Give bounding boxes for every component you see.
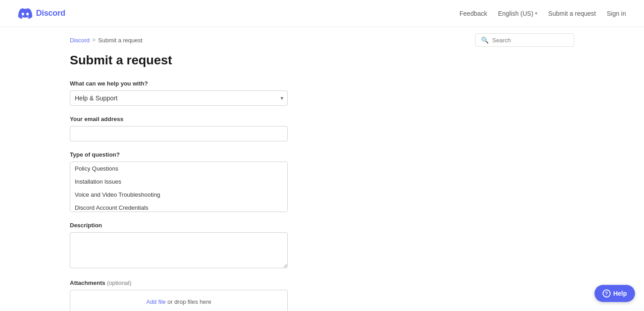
- feedback-link[interactable]: Feedback: [459, 10, 487, 17]
- attachments-drop-text: or drop files here: [166, 298, 211, 305]
- description-field-group: Description: [70, 222, 574, 270]
- list-item[interactable]: Voice and Video Troubleshooting: [70, 188, 287, 201]
- sign-in-link[interactable]: Sign in: [607, 10, 626, 17]
- help-select-wrapper: Help & Support ▾: [70, 90, 288, 106]
- breadcrumb-separator: >: [92, 37, 95, 43]
- breadcrumb-home[interactable]: Discord: [70, 37, 90, 44]
- header: Discord Feedback English (US) ▾ Submit a…: [0, 0, 644, 27]
- attachments-group: Attachments (optional) Add file or drop …: [70, 279, 574, 311]
- help-icon: ?: [603, 289, 611, 297]
- type-question-listbox-wrapper: Policy Questions Installation Issues Voi…: [70, 162, 288, 212]
- attachments-optional-text: (optional): [107, 279, 131, 286]
- type-question-listbox[interactable]: Policy Questions Installation Issues Voi…: [70, 162, 287, 212]
- main-content: Submit a request What can we help you wi…: [52, 53, 592, 311]
- attachments-label: Attachments (optional): [70, 279, 574, 286]
- help-select[interactable]: Help & Support: [70, 90, 288, 106]
- search-icon: 🔍: [481, 36, 489, 44]
- logo-text: Discord: [36, 9, 65, 18]
- header-nav: Feedback English (US) ▾ Submit a request…: [459, 10, 626, 17]
- attachments-dropzone[interactable]: Add file or drop files here: [70, 290, 288, 311]
- discord-logo[interactable]: Discord: [18, 8, 65, 19]
- list-item[interactable]: Discord Account Credentials: [70, 201, 287, 212]
- email-label: Your email address: [70, 116, 574, 122]
- search-input[interactable]: [492, 37, 568, 44]
- help-field-group: What can we help you with? Help & Suppor…: [70, 80, 574, 106]
- list-item[interactable]: Installation Issues: [70, 175, 287, 188]
- description-label: Description: [70, 222, 574, 229]
- chevron-down-icon: ▾: [535, 11, 537, 16]
- email-input[interactable]: [70, 126, 288, 141]
- breadcrumb: Discord > Submit a request: [70, 37, 142, 44]
- submit-request-link[interactable]: Submit a request: [548, 10, 596, 17]
- email-field-group: Your email address: [70, 116, 574, 141]
- help-button[interactable]: ? Help: [594, 285, 635, 302]
- type-question-group: Type of question? Policy Questions Insta…: [70, 151, 574, 212]
- page-title: Submit a request: [70, 53, 574, 68]
- breadcrumb-bar: Discord > Submit a request 🔍: [52, 27, 592, 53]
- type-question-label: Type of question?: [70, 151, 574, 158]
- help-label: What can we help you with?: [70, 80, 574, 87]
- search-box: 🔍: [475, 33, 574, 47]
- help-button-label: Help: [613, 290, 627, 297]
- language-label: English (US): [498, 10, 534, 17]
- add-file-link[interactable]: Add file: [146, 298, 166, 305]
- list-item[interactable]: Policy Questions: [70, 162, 287, 175]
- breadcrumb-current: Submit a request: [98, 37, 142, 44]
- description-textarea[interactable]: [70, 232, 288, 268]
- attachments-label-text: Attachments: [70, 279, 105, 286]
- language-selector[interactable]: English (US) ▾: [498, 10, 538, 17]
